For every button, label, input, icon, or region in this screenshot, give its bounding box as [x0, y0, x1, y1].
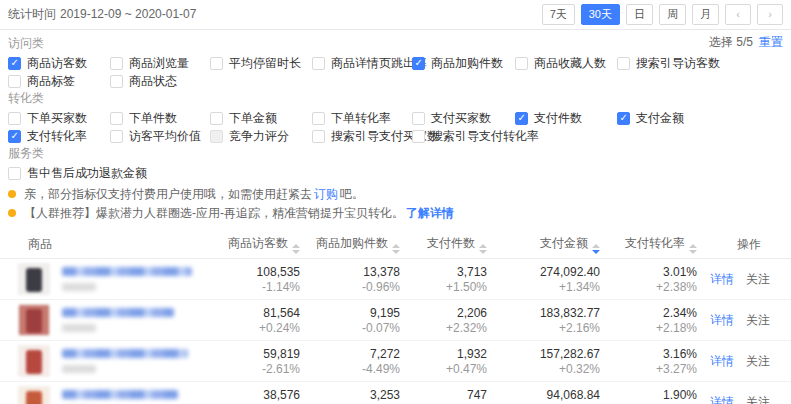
checkbox-item[interactable]: 商品详情页跳出率	[312, 55, 412, 72]
checkbox-item[interactable]: 搜索引导访客数	[617, 55, 783, 72]
checkbox[interactable]	[412, 130, 425, 143]
column-header-pay-items[interactable]: 支付件数	[400, 235, 487, 254]
detail-link[interactable]: 详情	[710, 272, 734, 286]
checkbox-item[interactable]: 搜索引导支付转化率	[412, 128, 515, 145]
sort-icon[interactable]	[689, 244, 697, 254]
table-row: 59,819-2.61% 7,272-4.49% 1,932+0.47% 157…	[0, 341, 791, 382]
cart-items-cell: 13,378-0.96%	[300, 265, 400, 294]
checkbox[interactable]	[8, 167, 21, 180]
product-cell[interactable]	[18, 263, 210, 295]
range-button-30d[interactable]: 30天	[581, 4, 620, 25]
checkbox-item[interactable]: 商品加购件数	[412, 55, 515, 72]
column-header-pay-amount[interactable]: 支付金额	[487, 235, 600, 254]
product-title-blurred[interactable]	[62, 308, 174, 317]
column-header-visitors[interactable]: 商品访客数	[210, 235, 300, 254]
product-subinfo-blurred	[62, 365, 96, 373]
checkbox[interactable]	[412, 57, 425, 70]
sort-icon[interactable]	[292, 244, 300, 254]
checkbox-label: 商品访客数	[27, 55, 87, 72]
checkbox-item[interactable]: 售中售后成功退款金额	[8, 165, 110, 182]
checkbox-item[interactable]: 支付金额	[617, 110, 783, 127]
prev-arrow-icon[interactable]: ‹	[725, 4, 751, 25]
product-title-blurred[interactable]	[62, 267, 192, 276]
checkbox[interactable]	[210, 57, 223, 70]
subscribe-link[interactable]: 订购	[314, 186, 338, 203]
follow-link[interactable]: 关注	[746, 354, 770, 368]
checkbox-label: 商品收藏人数	[534, 55, 606, 72]
product-title-blurred[interactable]	[62, 349, 188, 358]
product-title-blurred[interactable]	[62, 390, 178, 399]
pay-amount-cell: 183,832.77+2.16%	[487, 306, 600, 335]
reset-link[interactable]: 重置	[759, 35, 783, 49]
learn-more-link[interactable]: 了解详情	[406, 205, 454, 222]
checkbox-label: 商品浏览量	[129, 55, 189, 72]
range-button-7d[interactable]: 7天	[542, 4, 575, 25]
checkbox-item[interactable]: 下单件数	[110, 110, 210, 127]
checkbox[interactable]	[110, 112, 123, 125]
checkbox-item[interactable]: 商品标签	[8, 73, 110, 90]
checkbox-label: 商品标签	[27, 73, 75, 90]
checkbox-item[interactable]: 支付件数	[515, 110, 617, 127]
checkbox[interactable]	[617, 112, 630, 125]
range-button-week[interactable]: 周	[659, 4, 686, 25]
product-info	[62, 267, 192, 291]
checkbox-item[interactable]: 商品收藏人数	[515, 55, 617, 72]
checkbox-label: 支付买家数	[431, 110, 491, 127]
column-header-actions: 操作	[697, 236, 791, 253]
column-header-cart-items[interactable]: 商品加购件数	[300, 235, 400, 254]
product-cell[interactable]	[18, 345, 210, 377]
checkbox[interactable]	[8, 75, 21, 88]
checkbox-item[interactable]: 下单金额	[210, 110, 312, 127]
checkbox-label: 下单金额	[229, 110, 277, 127]
checkbox-item[interactable]: 商品访客数	[8, 55, 110, 72]
checkbox-item[interactable]: 平均停留时长	[210, 55, 312, 72]
checkbox[interactable]	[312, 112, 325, 125]
metric-filters: 选择 5/5重置 访问类 商品访客数 商品浏览量 平均停留时长 商品详情页跳出率…	[0, 30, 791, 179]
pay-conversion-cell: 1.90%+1.60%	[600, 388, 697, 404]
checkbox-item[interactable]: 商品浏览量	[110, 55, 210, 72]
range-button-month[interactable]: 月	[692, 4, 719, 25]
actions-cell: 详情关注	[697, 271, 791, 288]
checkbox[interactable]	[8, 130, 21, 143]
product-cell[interactable]	[18, 386, 210, 404]
checkbox[interactable]	[312, 57, 325, 70]
checkbox-item[interactable]: 下单转化率	[312, 110, 412, 127]
product-cell[interactable]	[18, 304, 210, 336]
checkbox-item[interactable]: 访客平均价值	[110, 128, 210, 145]
checkbox[interactable]	[515, 112, 528, 125]
section-service: 服务类 售中售后成功退款金额	[8, 146, 783, 179]
follow-link[interactable]: 关注	[746, 395, 770, 404]
checkbox[interactable]	[110, 75, 123, 88]
detail-link[interactable]: 详情	[710, 395, 734, 404]
checkbox-item[interactable]: 商品状态	[110, 73, 210, 90]
follow-link[interactable]: 关注	[746, 272, 770, 286]
checkbox[interactable]	[8, 112, 21, 125]
range-button-day[interactable]: 日	[626, 4, 653, 25]
checkbox[interactable]	[617, 57, 630, 70]
notice-bullet-icon	[8, 190, 16, 198]
checkbox[interactable]	[312, 130, 325, 143]
section-title: 访问类	[8, 36, 783, 50]
follow-link[interactable]: 关注	[746, 313, 770, 327]
checkbox[interactable]	[210, 130, 223, 143]
section-title: 服务类	[8, 146, 783, 160]
checkbox[interactable]	[515, 57, 528, 70]
checkbox-item[interactable]: 搜索引导支付买家数	[312, 128, 412, 145]
checkbox-item[interactable]: 竞争力评分	[210, 128, 312, 145]
checkbox[interactable]	[210, 112, 223, 125]
checkbox[interactable]	[110, 130, 123, 143]
sort-icon[interactable]	[392, 244, 400, 254]
checkbox-item[interactable]: 支付转化率	[8, 128, 110, 145]
checkbox-item[interactable]: 下单买家数	[8, 110, 110, 127]
checkbox[interactable]	[110, 57, 123, 70]
checkbox-item[interactable]: 支付买家数	[412, 110, 515, 127]
notice-crowd-recommend: 【人群推荐】爆款潜力人群圈选-应用-再追踪，精准营销提升宝贝转化。 了解详情	[8, 206, 783, 220]
detail-link[interactable]: 详情	[710, 313, 734, 327]
next-arrow-icon[interactable]: ›	[757, 4, 783, 25]
checkbox[interactable]	[412, 112, 425, 125]
sort-icon[interactable]	[592, 244, 600, 254]
sort-icon[interactable]	[479, 244, 487, 254]
detail-link[interactable]: 详情	[710, 354, 734, 368]
column-header-pay-conversion[interactable]: 支付转化率	[600, 235, 697, 254]
checkbox[interactable]	[8, 57, 21, 70]
